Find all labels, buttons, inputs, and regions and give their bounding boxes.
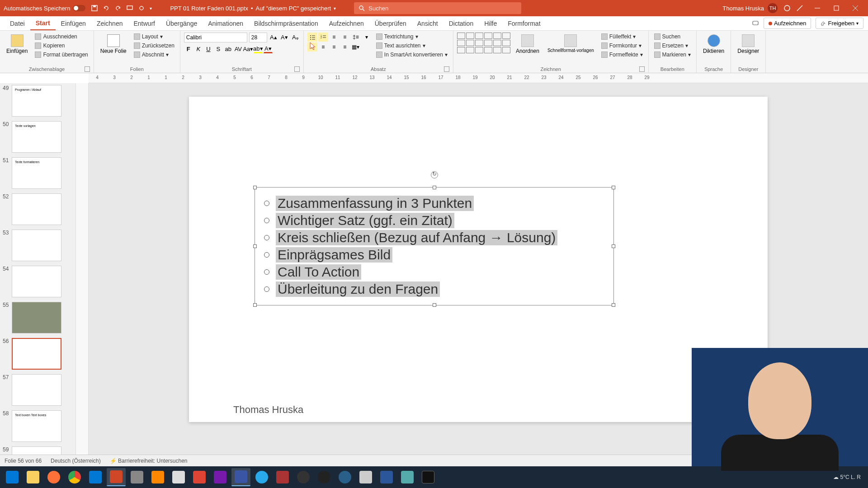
share-button[interactable]: Freigeben▾ bbox=[816, 18, 863, 29]
bullet-text[interactable]: Zusammenfassung in 3 Punkten bbox=[276, 196, 474, 211]
bullet-line-1[interactable]: Wichtiger Satz (ggf. ein Zitat) bbox=[264, 213, 604, 228]
tab-entwurf[interactable]: Entwurf bbox=[128, 17, 160, 30]
tab-uebergaenge[interactable]: Übergänge bbox=[160, 17, 203, 30]
minimize-button[interactable] bbox=[808, 0, 826, 16]
thumb-preview[interactable] bbox=[12, 193, 61, 225]
thumbnail-50[interactable]: 50Texte vorlagen bbox=[3, 121, 73, 153]
undo-icon[interactable] bbox=[103, 5, 110, 12]
bullet-text[interactable]: Wichtiger Satz (ggf. ein Zitat) bbox=[276, 213, 454, 228]
effects-button[interactable]: Formeffekte ▾ bbox=[599, 51, 645, 59]
vlc-icon[interactable] bbox=[148, 468, 167, 486]
tab-datei[interactable]: Datei bbox=[5, 17, 30, 30]
tab-ueberpruefen[interactable]: Überprüfen bbox=[369, 17, 412, 30]
slide-counter[interactable]: Folie 56 von 66 bbox=[5, 458, 42, 464]
horizontal-ruler[interactable]: 4321123456789101112131415161718192021222… bbox=[89, 73, 868, 83]
decrease-indent-button[interactable]: ≡ bbox=[329, 33, 339, 42]
thumbnail-58[interactable]: 58Text boxen Text boxes bbox=[3, 410, 73, 442]
weather-widget[interactable]: ☁ 5°C L. R bbox=[833, 474, 861, 480]
app-icon-10[interactable] bbox=[419, 468, 438, 486]
comments-icon[interactable] bbox=[752, 20, 759, 27]
visio-icon[interactable] bbox=[231, 468, 250, 486]
app-icon-5[interactable] bbox=[294, 468, 313, 486]
columns-button[interactable]: ▦▾ bbox=[351, 42, 361, 52]
font-launcher[interactable] bbox=[294, 66, 300, 72]
align-left-button[interactable]: ≡ bbox=[307, 42, 317, 52]
drawing-launcher[interactable] bbox=[639, 66, 645, 72]
designer-button[interactable]: Designer bbox=[735, 33, 762, 56]
tab-zeichnen[interactable]: Zeichnen bbox=[91, 17, 128, 30]
powerpoint-icon[interactable] bbox=[107, 468, 126, 486]
present-icon[interactable] bbox=[126, 5, 133, 12]
toggle-switch[interactable] bbox=[73, 5, 85, 11]
thumbnail-55[interactable]: 55 bbox=[3, 302, 73, 333]
replace-button[interactable]: Ersetzen ▾ bbox=[652, 42, 693, 50]
draw-icon[interactable] bbox=[796, 4, 804, 12]
clear-format-button[interactable]: Aᵩ bbox=[291, 33, 300, 42]
reset-button[interactable]: Zurücksetzen bbox=[132, 42, 176, 50]
select-button[interactable]: Markieren ▾ bbox=[652, 51, 693, 59]
arrange-button[interactable]: Anordnen bbox=[513, 33, 542, 56]
slide-canvas[interactable]: Zusammenfassung in 3 PunktenWichtiger Sa… bbox=[189, 97, 768, 422]
autosave-toggle[interactable]: Automatisches Speichern bbox=[4, 5, 85, 12]
system-tray[interactable]: ☁ 5°C L. R bbox=[833, 474, 865, 480]
bullet-line-0[interactable]: Zusammenfassung in 3 Punkten bbox=[264, 196, 604, 211]
copy-button[interactable]: Kopieren bbox=[33, 42, 90, 50]
thumbnail-53[interactable]: 53 bbox=[3, 230, 73, 261]
thumb-preview[interactable] bbox=[12, 266, 61, 297]
qat-dropdown-icon[interactable]: ▾ bbox=[150, 6, 152, 11]
record-button[interactable]: Aufzeichnen bbox=[764, 18, 811, 29]
tab-ansicht[interactable]: Ansicht bbox=[412, 17, 443, 30]
case-button[interactable]: Aa▾ bbox=[244, 44, 253, 53]
thumb-preview[interactable]: Texte vorlagen bbox=[12, 121, 61, 153]
thumbnail-51[interactable]: 51Texte formatieren bbox=[3, 157, 73, 189]
telegram-icon[interactable] bbox=[252, 468, 271, 486]
format-painter-button[interactable]: Format übertragen bbox=[33, 51, 90, 59]
resize-handle-bm[interactable] bbox=[433, 303, 436, 307]
thumbnail-56[interactable]: 56 bbox=[3, 338, 73, 370]
tab-start[interactable]: Start bbox=[30, 17, 56, 30]
thumb-preview[interactable]: Texte formatieren bbox=[12, 157, 61, 189]
app-icon-1[interactable] bbox=[127, 468, 146, 486]
thumb-preview[interactable]: Programm / Ablauf bbox=[12, 85, 61, 117]
layout-button[interactable]: Layout ▾ bbox=[132, 33, 176, 41]
search-input[interactable] bbox=[368, 5, 517, 12]
thumb-preview[interactable] bbox=[12, 230, 61, 261]
increase-font-button[interactable]: A▴ bbox=[269, 33, 278, 42]
align-right-button[interactable]: ≡ bbox=[329, 42, 339, 52]
tab-formformat[interactable]: Formformat bbox=[502, 17, 546, 30]
bullet-text[interactable]: Überleitung zu den Fragen bbox=[276, 282, 440, 297]
smartart-button[interactable]: In SmartArt konvertieren ▾ bbox=[374, 51, 449, 59]
paragraph-launcher[interactable] bbox=[444, 66, 449, 72]
paste-button[interactable]: Einfügen bbox=[4, 33, 30, 56]
user-avatar[interactable]: TH bbox=[768, 3, 778, 13]
rotate-handle[interactable] bbox=[431, 171, 438, 178]
vertical-ruler[interactable] bbox=[76, 83, 89, 455]
maximize-button[interactable] bbox=[827, 0, 845, 16]
section-button[interactable]: Abschnitt ▾ bbox=[132, 51, 176, 59]
app-icon-7[interactable] bbox=[335, 468, 354, 486]
onenote-icon[interactable] bbox=[211, 468, 230, 486]
tab-animationen[interactable]: Animationen bbox=[203, 17, 249, 30]
align-center-button[interactable]: ≡ bbox=[318, 42, 328, 52]
resize-handle-tl[interactable] bbox=[253, 186, 257, 189]
tab-bildschirmpraesentation[interactable]: Bildschirmpräsentation bbox=[249, 17, 324, 30]
quick-styles-button[interactable]: Schnellformat-vorlagen bbox=[545, 33, 597, 55]
bullet-line-2[interactable]: Kreis schließen (Bezug auf Anfang → Lösu… bbox=[264, 230, 604, 245]
text-frame[interactable]: Zusammenfassung in 3 PunktenWichtiger Sa… bbox=[255, 187, 614, 305]
slide-thumbnails-panel[interactable]: 49Programm / Ablauf50Texte vorlagen51Tex… bbox=[0, 83, 76, 455]
word-icon[interactable] bbox=[377, 468, 396, 486]
bullet-line-3[interactable]: Einprägsames Bild bbox=[264, 247, 604, 263]
cut-button[interactable]: Ausschneiden bbox=[33, 33, 90, 41]
app-icon-8[interactable] bbox=[356, 468, 375, 486]
bullet-text[interactable]: Call To Action bbox=[276, 264, 361, 280]
bullet-list[interactable]: Zusammenfassung in 3 PunktenWichtiger Sa… bbox=[255, 188, 613, 305]
explorer-icon[interactable] bbox=[24, 468, 42, 486]
chrome-icon[interactable] bbox=[65, 468, 84, 486]
search-box[interactable] bbox=[354, 2, 521, 14]
redo-icon[interactable] bbox=[114, 5, 122, 12]
align-text-button[interactable]: Text ausrichten ▾ bbox=[374, 42, 449, 50]
resize-handle-mr[interactable] bbox=[612, 244, 615, 248]
firefox-icon[interactable] bbox=[44, 468, 63, 486]
thumb-preview[interactable]: Text boxen Text boxes bbox=[12, 410, 61, 442]
strikethrough-button[interactable]: S bbox=[214, 44, 223, 53]
